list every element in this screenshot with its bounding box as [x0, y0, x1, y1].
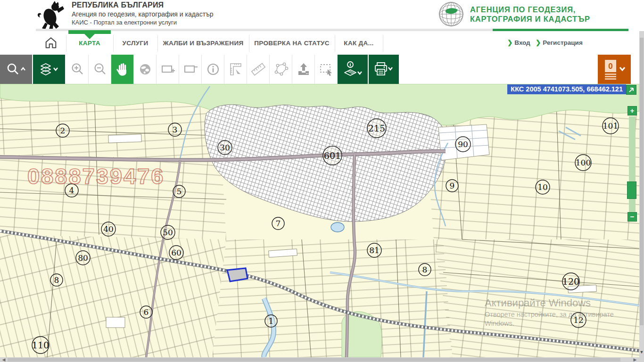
print-button[interactable]: [369, 55, 400, 84]
zoom-slider-handle[interactable]: [627, 181, 636, 199]
svg-text:8: 8: [422, 265, 428, 274]
svg-text:50: 50: [163, 228, 173, 237]
svg-text:110: 110: [32, 340, 49, 350]
world-extent-button[interactable]: [134, 55, 157, 84]
zoom-rect-in-button[interactable]: [157, 55, 179, 84]
chevron-down-icon: [358, 72, 362, 74]
svg-text:9: 9: [450, 181, 455, 190]
svg-text:101: 101: [603, 121, 618, 131]
phone-watermark: 0888739476: [27, 164, 165, 189]
info-layers-icon: [342, 60, 363, 78]
upload-icon: [296, 62, 311, 77]
selected-objects-button[interactable]: 0: [598, 55, 631, 84]
svg-text:3: 3: [173, 125, 178, 134]
chevron-right-icon: ❯: [536, 39, 541, 46]
chevron-down-icon: [620, 67, 625, 70]
svg-text:100: 100: [576, 158, 591, 167]
register-link[interactable]: ❯Регистрация: [536, 39, 583, 46]
tab-proverka[interactable]: ПРОВЕРКА НА СТАТУС: [249, 31, 334, 55]
tab-karta[interactable]: КАРТА: [68, 31, 111, 55]
zoom-out-icon: [93, 62, 107, 76]
identify-button[interactable]: [202, 55, 224, 84]
upload-button[interactable]: [292, 55, 315, 84]
horizontal-scrollbar-handle[interactable]: [8, 358, 620, 362]
rectangle-plus-icon: [160, 62, 175, 76]
agency-logo: АГЕНЦИЯ ПО ГЕОДЕЗИЯ, КАРТОГРАФИЯ И КАДАС…: [436, 0, 590, 28]
chevron-up-icon: [21, 68, 25, 70]
measure-area-button[interactable]: [224, 55, 247, 84]
measure-distance-button[interactable]: [247, 55, 270, 84]
coordinate-readout: ККС 2005 4741073.505, 668462.121: [507, 84, 626, 94]
svg-text:1: 1: [269, 316, 274, 326]
pond: [331, 222, 344, 232]
main-navigation: КАРТА УСЛУГИ ЖАЛБИ И ВЪЗРАЖЕНИЯ ПРОВЕРКА…: [0, 31, 639, 56]
tab-kak-da[interactable]: КАК ДА...: [335, 31, 382, 55]
scroll-left-arrow[interactable]: ◀: [0, 357, 7, 362]
svg-text:8: 8: [54, 275, 59, 285]
svg-text:10: 10: [537, 182, 548, 192]
map-zoom-out-button[interactable]: −: [627, 212, 637, 222]
login-link[interactable]: ❯Вход: [507, 39, 530, 46]
chevron-down-icon: [388, 67, 392, 70]
info-icon: [206, 62, 220, 76]
svg-text:80: 80: [78, 253, 88, 263]
svg-text:6: 6: [144, 307, 149, 317]
select-region-icon: [318, 62, 334, 77]
scroll-right-arrow[interactable]: ▶: [632, 357, 638, 362]
printer-icon: [373, 61, 395, 77]
zoom-in-icon: [70, 62, 84, 76]
scroll-down-arrow[interactable]: ▼: [639, 349, 644, 355]
rectangle-minus-icon: [183, 62, 198, 76]
diagonal-arrow-icon: [628, 87, 634, 93]
search-icon: [5, 62, 27, 76]
agency-subtitle: Агенция по геодезия, картография и кадас…: [72, 10, 214, 18]
svg-text:120: 120: [562, 276, 579, 287]
layers-icon: [38, 61, 60, 77]
home-icon: [44, 36, 58, 50]
logo-line2: КАРТОГРАФИЯ И КАДАСТЪР: [470, 14, 590, 24]
vertical-scrollbar-handle[interactable]: [640, 38, 644, 325]
coat-of-arms-lion: [36, 1, 65, 29]
nav-separator: [383, 35, 383, 52]
svg-text:Активирайте Windows: Активирайте Windows: [485, 297, 591, 309]
selected-parcel[interactable]: [227, 268, 248, 281]
svg-text:30: 30: [220, 143, 230, 152]
search-tool-button[interactable]: [0, 55, 33, 84]
zoom-in-button[interactable]: [66, 55, 89, 84]
svg-text:81: 81: [369, 246, 380, 255]
header: РЕПУБЛИКА БЪЛГАРИЯ Агенция по геодезия, …: [0, 0, 644, 32]
coordinates-expand-button[interactable]: [626, 85, 636, 95]
pan-tool-button[interactable]: [111, 55, 134, 84]
map-toolbar: 0: [0, 55, 639, 84]
counter-value: 0: [608, 62, 612, 71]
map-zoom-in-button[interactable]: +: [627, 106, 637, 115]
select-region-button[interactable]: [315, 55, 338, 84]
home-button[interactable]: [39, 33, 63, 53]
cadastral-map[interactable]: 2330215601901011004591040507608188081206…: [0, 84, 639, 357]
svg-text:601: 601: [324, 150, 341, 161]
draw-polygon-button[interactable]: [270, 55, 292, 84]
svg-text:7: 7: [276, 219, 281, 228]
svg-text:Windows.: Windows.: [485, 320, 514, 327]
svg-text:Отворете настройките, за да ак: Отворете настройките, за да активирате: [485, 311, 614, 318]
info-layers-button[interactable]: [338, 55, 369, 84]
logo-line1: АГЕНЦИЯ ПО ГЕОДЕЗИЯ,: [470, 5, 590, 14]
svg-text:60: 60: [171, 248, 182, 257]
globe-logo-icon: [436, 0, 466, 28]
chevron-down-icon: [54, 68, 58, 70]
svg-text:2: 2: [60, 126, 66, 135]
svg-text:5: 5: [177, 187, 182, 196]
layers-menu-button[interactable]: [33, 55, 66, 84]
measure-area-icon: [228, 62, 243, 77]
zoom-out-button[interactable]: [89, 55, 111, 84]
tab-zhalbi[interactable]: ЖАЛБИ И ВЪЗРАЖЕНИЯ: [158, 31, 248, 55]
map-viewport[interactable]: 2330215601901011004591040507608188081206…: [0, 84, 639, 357]
svg-text:90: 90: [458, 140, 468, 149]
chevron-right-icon: ❯: [507, 39, 512, 46]
portal-subtitle: КАИС - Портал за електронни услуги: [72, 19, 214, 26]
polygon-icon: [273, 62, 289, 77]
tab-uslugi[interactable]: УСЛУГИ: [114, 31, 157, 55]
nav-separator: [66, 35, 66, 52]
selected-objects-counter-icon: 0: [602, 59, 627, 80]
zoom-rect-out-button[interactable]: [179, 55, 202, 84]
